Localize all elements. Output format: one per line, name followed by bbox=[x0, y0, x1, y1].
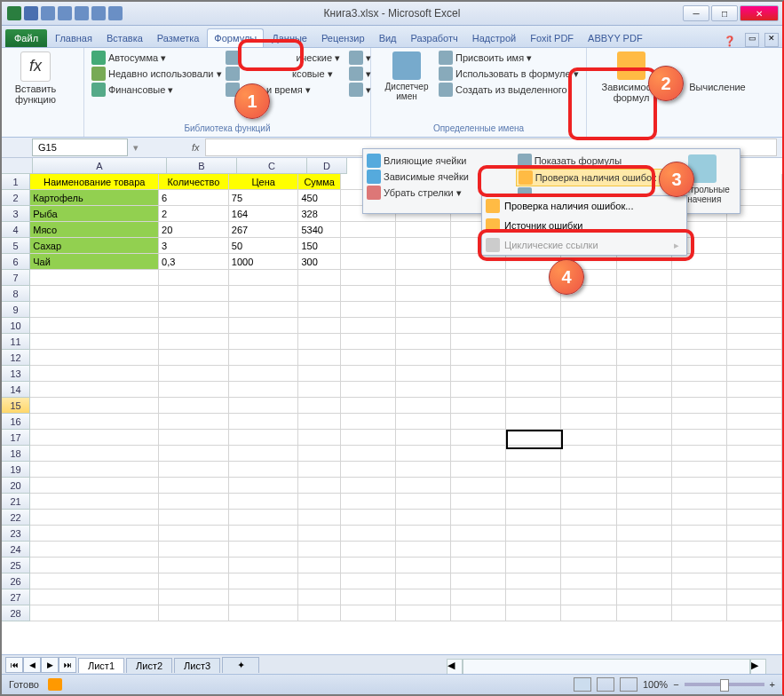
cell[interactable]: Наименование товара bbox=[30, 174, 159, 190]
cell[interactable]: Сахар bbox=[30, 238, 159, 254]
cell[interactable] bbox=[561, 430, 616, 446]
cell[interactable] bbox=[727, 558, 782, 573]
cell[interactable] bbox=[672, 318, 727, 334]
cell[interactable] bbox=[30, 350, 159, 366]
cell[interactable] bbox=[672, 510, 727, 526]
recent-button[interactable]: Недавно использовали ▾ bbox=[90, 66, 224, 82]
cell[interactable] bbox=[727, 542, 782, 558]
name-manager-button[interactable]: Диспетчер имен bbox=[376, 50, 437, 103]
cell[interactable] bbox=[229, 558, 299, 573]
cell[interactable] bbox=[727, 573, 782, 589]
cell[interactable] bbox=[506, 589, 561, 605]
cell[interactable] bbox=[30, 510, 159, 526]
fx-label[interactable]: fx bbox=[192, 142, 200, 153]
cell[interactable] bbox=[617, 494, 672, 510]
cell[interactable] bbox=[30, 573, 159, 589]
row-header[interactable]: 8 bbox=[2, 286, 30, 302]
cell[interactable] bbox=[617, 430, 672, 446]
cell[interactable] bbox=[341, 350, 396, 366]
cell[interactable] bbox=[396, 478, 451, 494]
sheet-nav[interactable]: ⏮◀▶⏭ bbox=[5, 657, 76, 673]
cell[interactable] bbox=[396, 318, 451, 334]
cell[interactable] bbox=[451, 446, 506, 462]
tab-home[interactable]: Главная bbox=[49, 29, 99, 47]
cell[interactable] bbox=[506, 382, 561, 398]
cell[interactable] bbox=[617, 446, 672, 462]
cell[interactable] bbox=[229, 510, 299, 526]
cell[interactable] bbox=[30, 286, 159, 302]
row-header[interactable]: 23 bbox=[2, 526, 30, 542]
cell[interactable] bbox=[298, 478, 340, 494]
cell[interactable] bbox=[617, 350, 672, 366]
col-header-b[interactable]: B bbox=[167, 158, 237, 174]
cell[interactable] bbox=[727, 254, 782, 270]
cell[interactable] bbox=[506, 494, 561, 510]
cell[interactable] bbox=[298, 462, 340, 478]
cell[interactable] bbox=[298, 510, 340, 526]
cell[interactable] bbox=[30, 398, 159, 414]
cell[interactable] bbox=[617, 558, 672, 573]
trace-precedents-button[interactable]: Влияющие ячейки bbox=[365, 153, 516, 169]
tab-addins[interactable]: Надстрой bbox=[466, 29, 522, 47]
cell[interactable] bbox=[451, 462, 506, 478]
cell[interactable] bbox=[341, 366, 396, 382]
cell[interactable] bbox=[727, 238, 782, 254]
row-header[interactable]: 1 bbox=[2, 174, 30, 190]
zoom-slider[interactable] bbox=[685, 683, 764, 686]
cell[interactable] bbox=[30, 589, 159, 605]
undo-icon[interactable] bbox=[41, 6, 55, 20]
cell[interactable] bbox=[727, 478, 782, 494]
cell[interactable] bbox=[727, 302, 782, 318]
sheet-tab-1[interactable]: Лист1 bbox=[78, 658, 124, 673]
cell[interactable] bbox=[617, 366, 672, 382]
cell[interactable] bbox=[672, 270, 727, 286]
cell[interactable]: 267 bbox=[229, 222, 299, 238]
use-in-formula-button[interactable]: Использовать в формуле ▾ bbox=[437, 66, 581, 82]
cell[interactable] bbox=[506, 334, 561, 350]
row-header[interactable]: 3 bbox=[2, 206, 30, 222]
row-header[interactable]: 15 bbox=[2, 398, 30, 414]
cell[interactable] bbox=[159, 350, 229, 366]
cell[interactable] bbox=[617, 398, 672, 414]
cell[interactable] bbox=[298, 414, 340, 430]
zoom-out-button[interactable]: − bbox=[673, 679, 678, 690]
cell[interactable] bbox=[298, 382, 340, 398]
cell[interactable] bbox=[506, 510, 561, 526]
close-button[interactable]: ✕ bbox=[740, 5, 779, 21]
cell[interactable] bbox=[229, 462, 299, 478]
cell[interactable] bbox=[159, 382, 229, 398]
excel-icon[interactable] bbox=[7, 6, 21, 20]
cell[interactable] bbox=[451, 350, 506, 366]
cell[interactable] bbox=[727, 318, 782, 334]
cell[interactable] bbox=[229, 334, 299, 350]
cell[interactable] bbox=[617, 382, 672, 398]
cell[interactable] bbox=[506, 462, 561, 478]
cell[interactable] bbox=[617, 605, 672, 621]
financial-button[interactable]: Финансовые ▾ bbox=[90, 82, 224, 98]
cell[interactable] bbox=[396, 589, 451, 605]
cell[interactable] bbox=[617, 318, 672, 334]
cell[interactable] bbox=[561, 350, 616, 366]
row-header[interactable]: 6 bbox=[2, 254, 30, 270]
cell[interactable] bbox=[727, 334, 782, 350]
cell[interactable] bbox=[727, 526, 782, 542]
cell[interactable] bbox=[727, 222, 782, 238]
cell[interactable] bbox=[396, 462, 451, 478]
cell[interactable] bbox=[159, 414, 229, 430]
tab-file[interactable]: Файл bbox=[5, 29, 47, 47]
row-header[interactable]: 7 bbox=[2, 270, 30, 286]
minimize-ribbon-button[interactable]: ▭ bbox=[745, 33, 759, 47]
cell[interactable]: Рыба bbox=[30, 206, 159, 222]
cell[interactable] bbox=[506, 605, 561, 621]
cell[interactable] bbox=[672, 605, 727, 621]
create-from-sel-button[interactable]: Создать из выделенного bbox=[437, 82, 581, 98]
cell[interactable] bbox=[159, 478, 229, 494]
cell[interactable] bbox=[159, 558, 229, 573]
cell[interactable] bbox=[30, 526, 159, 542]
cell[interactable] bbox=[229, 573, 299, 589]
cell[interactable]: 50 bbox=[229, 238, 299, 254]
cell[interactable] bbox=[396, 446, 451, 462]
cell[interactable] bbox=[341, 526, 396, 542]
cell[interactable] bbox=[451, 510, 506, 526]
cell[interactable] bbox=[229, 302, 299, 318]
